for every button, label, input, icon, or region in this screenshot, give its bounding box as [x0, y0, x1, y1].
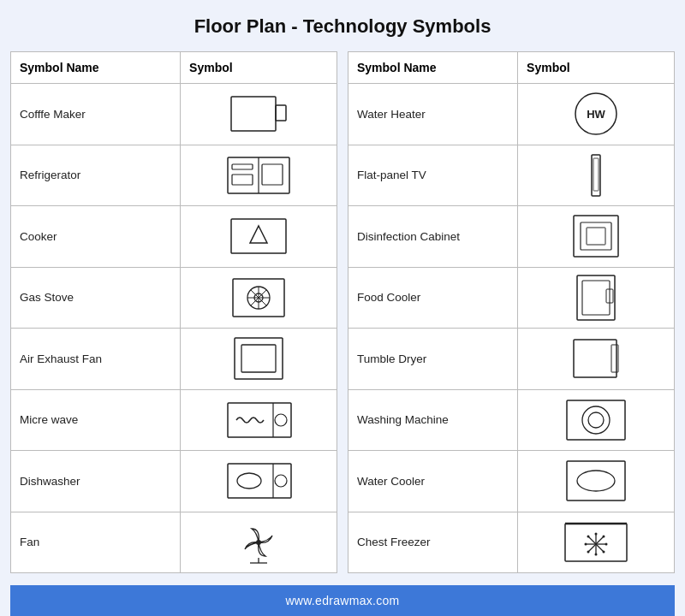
table-row: Food Cooler — [348, 267, 675, 329]
table-row: Disinfection Cabinet — [348, 206, 675, 268]
symbol-name: Cofffe Maker — [11, 84, 181, 145]
table-row: Water Cooler — [348, 451, 675, 512]
symbol-name: Dishwasher — [11, 451, 181, 512]
svg-rect-36 — [582, 281, 610, 315]
symbol-cell — [181, 206, 337, 268]
symbol-name: Flat-panel TV — [348, 145, 518, 206]
symbol-name: Cooker — [11, 206, 181, 268]
symbol-cell — [518, 145, 675, 206]
table-row: Washing Machine — [348, 389, 675, 451]
svg-point-53 — [585, 542, 587, 545]
table-row: Refrigerator — [11, 145, 337, 206]
symbol-name: Water Cooler — [348, 451, 518, 512]
svg-point-25 — [256, 540, 261, 545]
symbol-name: Water Heater — [348, 84, 518, 145]
svg-marker-8 — [250, 226, 267, 243]
svg-rect-30 — [592, 155, 600, 196]
svg-rect-6 — [262, 164, 283, 185]
tables-wrapper: Symbol Name Symbol Cofffe Maker — [10, 51, 675, 573]
svg-rect-34 — [587, 228, 605, 245]
symbol-name: Washing Machine — [348, 389, 518, 451]
svg-rect-0 — [231, 97, 276, 131]
symbol-cell — [181, 329, 337, 390]
symbol-cell — [181, 512, 337, 573]
svg-rect-38 — [574, 340, 616, 377]
left-col1-header: Symbol Name — [11, 52, 181, 84]
symbol-cell — [181, 84, 337, 145]
symbol-name: Disinfection Cabinet — [348, 206, 518, 268]
table-row: Chest Freezer — [348, 512, 675, 573]
table-row: Water Heater HW — [348, 84, 675, 145]
table-row: Air Exhaust Fan — [11, 329, 337, 390]
svg-rect-35 — [577, 275, 615, 320]
table-row: Fan — [11, 512, 337, 573]
svg-rect-43 — [567, 461, 625, 500]
symbol-name: Fan — [11, 512, 181, 573]
table-row: Cofffe Maker — [11, 84, 337, 145]
svg-point-20 — [275, 414, 287, 426]
symbol-cell — [518, 389, 675, 451]
svg-point-44 — [577, 471, 615, 491]
svg-point-56 — [603, 550, 605, 553]
left-table: Symbol Name Symbol Cofffe Maker — [10, 51, 337, 573]
symbol-cell — [181, 267, 337, 329]
svg-rect-18 — [228, 403, 291, 437]
svg-rect-4 — [232, 164, 253, 169]
symbol-name: Micre wave — [11, 389, 181, 451]
footer: www.edrawmax.com — [10, 585, 675, 616]
table-row: Tumble Dryer — [348, 329, 675, 390]
symbol-cell — [518, 329, 675, 390]
symbol-name: Food Cooler — [348, 267, 518, 329]
svg-rect-1 — [276, 105, 286, 121]
symbol-name: Chest Freezer — [348, 512, 518, 573]
svg-rect-17 — [241, 345, 276, 372]
svg-point-42 — [588, 412, 604, 428]
symbol-cell — [518, 512, 675, 573]
svg-point-51 — [595, 532, 598, 535]
right-table: Symbol Name Symbol Water Heater HW — [348, 51, 675, 573]
symbol-cell — [181, 451, 337, 512]
table-row: Cooker — [11, 206, 337, 268]
svg-rect-31 — [593, 158, 599, 191]
svg-rect-7 — [231, 219, 286, 253]
table-row: Micre wave — [11, 389, 337, 451]
symbol-name: Gas Stove — [11, 267, 181, 329]
table-row: Flat-panel TV — [348, 145, 675, 206]
symbol-cell — [518, 451, 675, 512]
symbol-name: Refrigerator — [11, 145, 181, 206]
right-col2-header: Symbol — [518, 52, 675, 84]
svg-rect-5 — [232, 175, 253, 185]
svg-text:HW: HW — [587, 108, 605, 121]
left-col2-header: Symbol — [181, 52, 337, 84]
svg-rect-39 — [611, 345, 618, 372]
svg-point-55 — [587, 535, 590, 537]
svg-point-57 — [603, 535, 605, 537]
symbol-cell — [181, 389, 337, 451]
svg-point-52 — [595, 553, 598, 555]
table-row: Dishwasher — [11, 451, 337, 512]
symbol-name: Air Exhaust Fan — [11, 329, 181, 390]
right-col1-header: Symbol Name — [348, 52, 518, 84]
symbol-name: Tumble Dryer — [348, 329, 518, 390]
svg-point-54 — [605, 542, 608, 545]
svg-point-24 — [275, 475, 287, 487]
table-row: Gas Stove — [11, 267, 337, 329]
svg-rect-33 — [581, 222, 611, 250]
svg-point-58 — [587, 550, 590, 553]
page-title: Floor Plan - Technology Symbols — [194, 15, 491, 38]
symbol-cell — [518, 267, 675, 329]
symbol-cell: HW — [518, 84, 675, 145]
svg-point-41 — [582, 406, 610, 434]
symbol-cell — [181, 145, 337, 206]
svg-point-23 — [237, 473, 261, 489]
symbol-cell — [518, 206, 675, 268]
